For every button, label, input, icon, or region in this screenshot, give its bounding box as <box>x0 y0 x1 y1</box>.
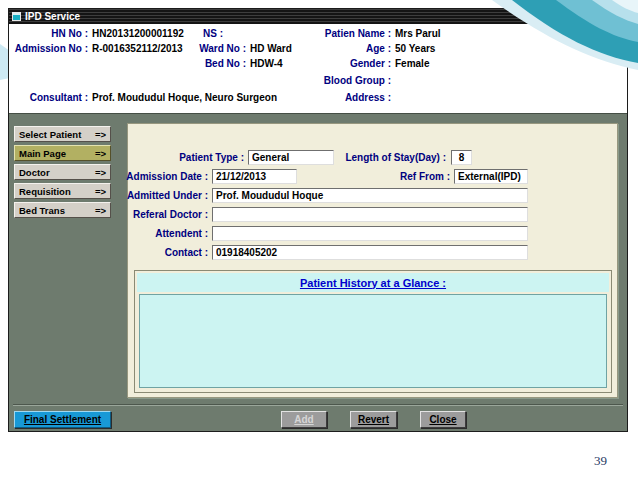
admission-no-value: R-0016352112/2013 <box>92 43 183 54</box>
patient-history-title: Patient History at a Glance : <box>300 277 446 289</box>
hn-no-label: HN No : <box>51 28 88 39</box>
sidebar-item-arrow: => <box>95 129 106 140</box>
gender-value: Female <box>395 58 429 69</box>
length-of-stay-label: Length of Stay(Day) : <box>345 152 446 163</box>
ref-from-input[interactable] <box>454 169 528 184</box>
sidebar-item-label: Main Page <box>19 148 66 159</box>
patient-name-value: Mrs Parul <box>395 28 441 39</box>
ward-no-label: Ward No : <box>199 43 246 54</box>
sidebar-item-select-patient[interactable]: Select Patient => <box>14 126 111 142</box>
admission-date-label: Admission Date : <box>126 171 208 182</box>
patient-name-label: Patien Name : <box>325 28 391 39</box>
admission-date-input[interactable] <box>212 169 297 184</box>
main-body: Select Patient => Main Page => Doctor =>… <box>9 113 627 431</box>
app-icon <box>12 12 21 21</box>
sidebar-item-label: Select Patient <box>19 129 81 140</box>
sidebar-item-arrow: => <box>95 167 106 178</box>
consultant-label: Consultant : <box>30 92 88 103</box>
consultant-value: Prof. Moududul Hoque, Neuro Surgeon <box>92 92 277 103</box>
attendent-input[interactable] <box>212 226 528 241</box>
sidebar-item-arrow: => <box>95 205 106 216</box>
attendent-label: Attendent : <box>155 228 208 239</box>
admitted-under-input[interactable] <box>212 188 528 203</box>
sidebar-item-bed-trans[interactable]: Bed Trans => <box>14 202 111 218</box>
sidebar-item-doctor[interactable]: Doctor => <box>14 164 111 180</box>
sidebar-item-requisition[interactable]: Requisition => <box>14 183 111 199</box>
gender-label: Gender : <box>350 58 391 69</box>
sidebar-item-label: Doctor <box>19 167 50 178</box>
blood-group-label: Blood Group : <box>324 75 391 86</box>
patient-type-label: Patient Type : <box>179 152 244 163</box>
length-of-stay-input[interactable] <box>451 150 472 165</box>
revert-button[interactable]: Revert <box>350 411 397 428</box>
close-button[interactable]: Close <box>420 411 466 428</box>
age-value: 50 Years <box>395 43 435 54</box>
contact-label: Contact : <box>165 247 208 258</box>
ns-label: NS : <box>203 28 223 39</box>
sidebar-item-label: Requisition <box>19 186 71 197</box>
presentation-slide: IPD Service HN No : HN20131200001192 NS … <box>0 0 638 479</box>
admission-no-label: Admission No : <box>15 43 88 54</box>
patient-history-section: Patient History at a Glance : <box>134 270 612 393</box>
sidebar-item-main-page[interactable]: Main Page => <box>14 145 111 161</box>
window-title: IPD Service <box>25 11 80 22</box>
admitted-under-label: Admitted Under : <box>127 190 208 201</box>
bed-no-value: HDW-4 <box>250 58 283 69</box>
ward-no-value: HD Ward <box>250 43 292 54</box>
sidebar-item-arrow: => <box>95 148 106 159</box>
slide-page-number: 39 <box>594 453 607 469</box>
contact-input[interactable] <box>212 245 528 260</box>
sidebar-item-arrow: => <box>95 186 106 197</box>
age-label: Age : <box>366 43 391 54</box>
add-button[interactable]: Add <box>281 411 327 428</box>
window-title-bar[interactable]: IPD Service <box>9 9 627 24</box>
hn-no-value: HN20131200001192 <box>92 28 184 39</box>
sidebar-item-label: Bed Trans <box>19 205 65 216</box>
patient-header: HN No : HN20131200001192 NS : Patien Nam… <box>9 24 627 113</box>
patient-history-header: Patient History at a Glance : <box>137 273 609 292</box>
footer-divider <box>13 404 623 406</box>
patient-history-panel <box>139 294 607 388</box>
referal-doctor-label: Referal Doctor : <box>133 209 208 220</box>
ref-from-label: Ref From : <box>400 171 450 182</box>
final-settlement-button[interactable]: Final Settlement <box>14 411 111 428</box>
bed-no-label: Bed No : <box>205 58 246 69</box>
admission-form-panel: Patient Type : Length of Stay(Day) : Adm… <box>127 123 618 398</box>
referal-doctor-input[interactable] <box>212 207 528 222</box>
ipd-service-window: IPD Service HN No : HN20131200001192 NS … <box>8 8 628 432</box>
patient-type-input[interactable] <box>248 150 334 165</box>
address-label: Address : <box>345 92 391 103</box>
